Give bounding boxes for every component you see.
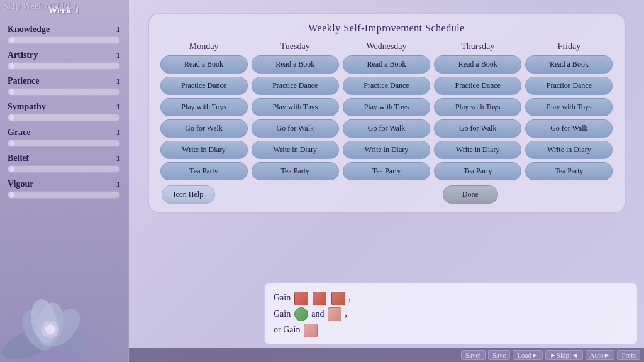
stat-label-grace: Grace 1 bbox=[8, 128, 120, 138]
activity-btn-2[interactable]: Read a Book bbox=[343, 55, 430, 74]
stat-bar-bg bbox=[8, 62, 120, 70]
activity-btn-14[interactable]: Play with Toys bbox=[525, 98, 613, 116]
activity-btn-17[interactable]: Go for Walk bbox=[343, 119, 430, 138]
stat-bar-fill bbox=[8, 140, 14, 146]
stat-bar-bg bbox=[8, 114, 120, 121]
days-header: Monday Tuesday Wednesday Thursday Friday bbox=[160, 41, 613, 52]
activity-btn-0[interactable]: Read a Book bbox=[160, 55, 248, 74]
stat-value: 1 bbox=[116, 128, 121, 138]
stat-bar-fill bbox=[8, 114, 14, 121]
stat-value: 1 bbox=[116, 76, 121, 86]
stat-value: 1 bbox=[116, 25, 121, 35]
info-line-2: Gain and , bbox=[274, 306, 628, 322]
panel-title: Weekly Self-Improvement Schedule bbox=[160, 23, 613, 34]
comma-2: , bbox=[345, 309, 347, 319]
activity-btn-16[interactable]: Go for Walk bbox=[252, 119, 339, 138]
activity-btn-28[interactable]: Tea Party bbox=[434, 162, 521, 180]
activity-btn-27[interactable]: Tea Party bbox=[343, 162, 430, 180]
activity-btn-10[interactable]: Play with Toys bbox=[160, 98, 248, 116]
info-line-3: or Gain bbox=[274, 322, 628, 337]
activity-btn-1[interactable]: Read a Book bbox=[252, 55, 339, 74]
activity-btn-11[interactable]: Play with Toys bbox=[252, 98, 339, 116]
skip-week-label: Skip Week (CTRL) bbox=[3, 1, 76, 11]
activity-btn-19[interactable]: Go for Walk bbox=[525, 119, 613, 138]
activity-btn-23[interactable]: Write in Diary bbox=[434, 141, 521, 159]
main-content: Weekly Self-Improvement Schedule Monday … bbox=[129, 0, 644, 362]
stat-label-sympathy: Sympathy 1 bbox=[8, 102, 120, 112]
sidebar-flower-decoration bbox=[0, 287, 132, 362]
stat-bar-bg bbox=[8, 191, 120, 199]
sidebar: Skip Week (CTRL) Week 1 Knowledge 1 Arti… bbox=[0, 0, 129, 362]
info-line-1: Gain , bbox=[274, 290, 628, 305]
stat-row-patience: Patience 1 bbox=[8, 76, 120, 96]
gain-label-2: Gain bbox=[274, 309, 293, 319]
activity-btn-9[interactable]: Practice Dance bbox=[525, 77, 613, 95]
pink-icon-2 bbox=[304, 324, 318, 337]
stat-label-knowledge: Knowledge 1 bbox=[8, 25, 120, 35]
activity-btn-4[interactable]: Read a Book bbox=[525, 55, 613, 74]
stat-row-sympathy: Sympathy 1 bbox=[8, 102, 120, 121]
done-button[interactable]: Done bbox=[443, 185, 498, 204]
stat-bar-bg bbox=[8, 88, 120, 96]
stat-name: Sympathy bbox=[8, 102, 46, 112]
stat-bar-fill bbox=[8, 166, 14, 172]
activity-btn-21[interactable]: Write in Diary bbox=[252, 141, 339, 159]
activity-btn-22[interactable]: Write in Diary bbox=[343, 141, 430, 159]
stat-row-vigour: Vigour 1 bbox=[8, 179, 120, 199]
book-icon-2 bbox=[313, 292, 326, 305]
stat-name: Vigour bbox=[8, 179, 33, 189]
stat-row-belief: Belief 1 bbox=[8, 153, 120, 173]
toolbar-auto[interactable]: Auto► bbox=[586, 350, 615, 360]
day-monday: Monday bbox=[160, 41, 248, 52]
toolbar-save[interactable]: Save bbox=[488, 350, 510, 360]
day-wednesday: Wednesday bbox=[343, 41, 430, 52]
stat-bar-bg bbox=[8, 36, 120, 44]
and-label: and bbox=[311, 309, 326, 319]
stat-value: 1 bbox=[116, 153, 121, 163]
day-friday: Friday bbox=[525, 41, 613, 52]
toolbar-prefs[interactable]: Prefs bbox=[617, 350, 640, 360]
stat-name: Patience bbox=[8, 76, 40, 86]
stat-label-vigour: Vigour 1 bbox=[8, 179, 120, 189]
stat-value: 1 bbox=[116, 179, 121, 189]
activity-btn-13[interactable]: Play with Toys bbox=[434, 98, 521, 116]
activity-btn-24[interactable]: Write in Diary bbox=[525, 141, 613, 159]
activity-btn-6[interactable]: Practice Dance bbox=[252, 77, 339, 95]
gain-label-1: Gain bbox=[274, 293, 293, 302]
stat-name: Belief bbox=[8, 153, 29, 163]
stat-bar-fill bbox=[8, 192, 14, 198]
toolbar-load[interactable]: Load► bbox=[513, 350, 543, 360]
activity-btn-26[interactable]: Tea Party bbox=[252, 162, 339, 180]
stat-row-artistry: Artistry 1 bbox=[8, 50, 120, 70]
toolbar-save-exclaim[interactable]: Save! bbox=[461, 350, 486, 360]
svg-point-7 bbox=[45, 324, 55, 334]
book-icon-1 bbox=[294, 292, 308, 305]
activity-btn-3[interactable]: Read a Book bbox=[434, 55, 521, 74]
stat-name: Grace bbox=[8, 128, 31, 138]
stat-bar-fill bbox=[8, 89, 14, 95]
toolbar-skip[interactable]: ►Skip!◄ bbox=[545, 350, 583, 360]
activity-btn-20[interactable]: Write in Diary bbox=[160, 141, 248, 159]
stat-label-belief: Belief 1 bbox=[8, 153, 120, 163]
activity-btn-8[interactable]: Practice Dance bbox=[434, 77, 521, 95]
day-tuesday: Tuesday bbox=[252, 41, 339, 52]
activity-btn-12[interactable]: Play with Toys bbox=[343, 98, 430, 116]
stat-value: 1 bbox=[116, 50, 121, 60]
stat-name: Artistry bbox=[8, 50, 38, 60]
activity-btn-29[interactable]: Tea Party bbox=[525, 162, 613, 180]
activity-btn-5[interactable]: Practice Dance bbox=[160, 77, 248, 95]
book-icon-3 bbox=[331, 292, 345, 305]
green-icon bbox=[294, 307, 308, 321]
stat-name: Knowledge bbox=[8, 25, 50, 35]
icon-help-button[interactable]: Icon Help bbox=[162, 185, 216, 204]
activity-btn-25[interactable]: Tea Party bbox=[160, 162, 248, 180]
activity-btn-18[interactable]: Go for Walk bbox=[434, 119, 521, 138]
activity-btn-7[interactable]: Practice Dance bbox=[343, 77, 430, 95]
activity-btn-15[interactable]: Go for Walk bbox=[160, 119, 248, 138]
stat-bar-fill bbox=[8, 37, 14, 43]
stat-bar-fill bbox=[8, 63, 14, 69]
pink-icon bbox=[328, 307, 341, 321]
stat-bar-bg bbox=[8, 140, 120, 147]
stat-label-artistry: Artistry 1 bbox=[8, 50, 120, 60]
stat-value: 1 bbox=[116, 102, 121, 112]
